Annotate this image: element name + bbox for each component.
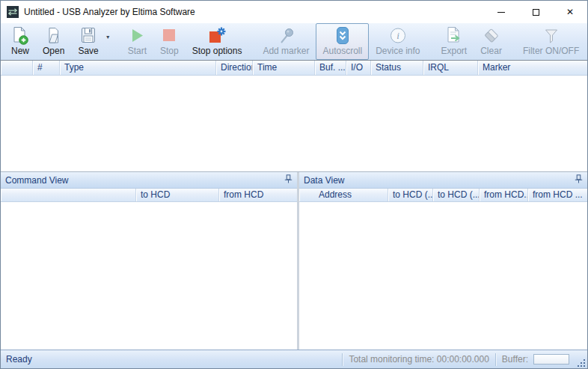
- filter-onoff-label: Filter ON/OFF: [523, 46, 579, 56]
- command-view-header: to HCD from HCD: [1, 189, 297, 202]
- window-title: Untitled - USB Analyzer by Eltima Softwa…: [24, 7, 484, 17]
- window-controls: ✕: [484, 1, 587, 23]
- bottom-panels: Command View to HCD from HCD: [1, 171, 587, 350]
- column-header-from-hcd[interactable]: from HCD: [219, 189, 297, 201]
- data-view-header: Address to HCD (... to HCD (... from HCD…: [299, 189, 587, 202]
- titlebar[interactable]: Untitled - USB Analyzer by Eltima Softwa…: [1, 1, 587, 23]
- export-button[interactable]: Export: [435, 23, 474, 60]
- maximize-button[interactable]: [518, 1, 553, 23]
- column-header-to-hcd-1[interactable]: to HCD (...: [388, 189, 433, 201]
- main-table-body: [1, 76, 587, 171]
- minimize-icon: [497, 12, 505, 13]
- info-circle-icon: i: [388, 26, 408, 46]
- autoscroll-button[interactable]: Autoscroll: [316, 23, 369, 60]
- column-header-to-hcd-2[interactable]: to HCD (...: [433, 189, 480, 201]
- resize-grip[interactable]: [575, 350, 587, 369]
- column-header-marker[interactable]: Marker: [478, 61, 587, 75]
- chevron-down-icon: ▼: [105, 34, 111, 40]
- clear-button[interactable]: Clear: [474, 23, 509, 60]
- export-label: Export: [441, 46, 468, 56]
- start-button[interactable]: Start: [121, 23, 153, 60]
- command-view-panel: Command View to HCD from HCD: [1, 172, 297, 350]
- column-header-buf[interactable]: Buf. ...: [315, 61, 346, 75]
- filter-funnel-icon: [542, 26, 560, 46]
- new-label: New: [11, 46, 29, 56]
- minimize-button[interactable]: [484, 1, 518, 23]
- column-header-status[interactable]: Status: [371, 61, 423, 75]
- command-view-title: Command View: [5, 175, 68, 186]
- column-header-time[interactable]: Time: [253, 61, 315, 75]
- stop-label: Stop: [160, 46, 179, 56]
- column-header-io[interactable]: I/O: [346, 61, 371, 75]
- autoscroll-icon: [335, 26, 350, 46]
- save-label: Save: [78, 46, 98, 56]
- new-button[interactable]: New: [4, 23, 36, 60]
- column-header-irql[interactable]: IRQL: [423, 61, 478, 75]
- column-header-to-hcd[interactable]: to HCD: [136, 189, 219, 201]
- column-header-from-hcd-1[interactable]: from HCD...: [480, 189, 528, 201]
- svg-text:i: i: [396, 30, 399, 41]
- device-info-button[interactable]: i Device info: [369, 23, 426, 60]
- open-folder-icon: [46, 26, 62, 46]
- save-dropdown-button[interactable]: ▼: [105, 23, 114, 60]
- column-header-command[interactable]: [1, 189, 136, 201]
- column-header-icon[interactable]: [1, 61, 33, 75]
- column-header-number[interactable]: #: [33, 61, 60, 75]
- eraser-icon: [483, 26, 500, 46]
- save-floppy-icon: [80, 26, 97, 46]
- command-view-body: [1, 202, 297, 350]
- play-icon: [128, 26, 146, 46]
- pin-icon[interactable]: [575, 174, 583, 186]
- data-view-body: [299, 202, 587, 350]
- autoscroll-label: Autoscroll: [322, 46, 362, 56]
- maximize-icon: [533, 9, 539, 16]
- command-view-titlebar: Command View: [1, 172, 297, 189]
- status-monitoring-time: Total monitoring time: 00:00:00.000: [342, 353, 494, 366]
- data-view-titlebar: Data View: [299, 172, 587, 189]
- column-header-address[interactable]: Address: [299, 189, 388, 201]
- data-view-title: Data View: [304, 175, 344, 186]
- status-buffer-section: Buffer:: [495, 353, 575, 366]
- stop-button[interactable]: Stop: [153, 23, 186, 60]
- close-icon: ✕: [566, 7, 574, 16]
- open-label: Open: [43, 46, 64, 56]
- data-view-panel: Data View Address to HCD (... to HCD (..…: [299, 172, 587, 350]
- close-button[interactable]: ✕: [553, 1, 587, 23]
- buffer-progress-bar: [533, 354, 569, 365]
- usb-app-icon: [7, 6, 19, 18]
- save-button[interactable]: Save: [71, 23, 105, 60]
- app-window: Untitled - USB Analyzer by Eltima Softwa…: [0, 0, 588, 369]
- status-ready-text: Ready: [1, 354, 342, 365]
- add-marker-label: Add marker: [263, 46, 309, 56]
- stop-options-label: Stop options: [192, 46, 242, 56]
- column-header-type[interactable]: Type: [60, 61, 216, 75]
- buffer-label: Buffer:: [502, 353, 528, 366]
- export-icon: [445, 26, 463, 46]
- clear-label: Clear: [480, 46, 502, 56]
- new-document-icon: [12, 26, 28, 46]
- main-table-header: # Type Direction Time Buf. ... I/O Statu…: [1, 61, 587, 76]
- pin-marker-icon: [277, 26, 295, 46]
- stop-gear-icon: [207, 26, 227, 46]
- statusbar: Ready Total monitoring time: 00:00:00.00…: [1, 350, 587, 368]
- open-button[interactable]: Open: [36, 23, 71, 60]
- pin-icon[interactable]: [284, 174, 293, 186]
- stop-options-button[interactable]: Stop options: [186, 23, 249, 60]
- start-label: Start: [128, 46, 147, 56]
- filter-onoff-button[interactable]: Filter ON/OFF: [516, 23, 586, 60]
- device-info-label: Device info: [376, 46, 420, 56]
- column-header-from-hcd-2[interactable]: from HCD ...: [528, 189, 587, 201]
- stop-square-icon: [160, 26, 178, 46]
- toolbar: New Open Save: [1, 23, 587, 61]
- add-marker-button[interactable]: Add marker: [256, 23, 316, 60]
- column-header-direction[interactable]: Direction: [216, 61, 253, 75]
